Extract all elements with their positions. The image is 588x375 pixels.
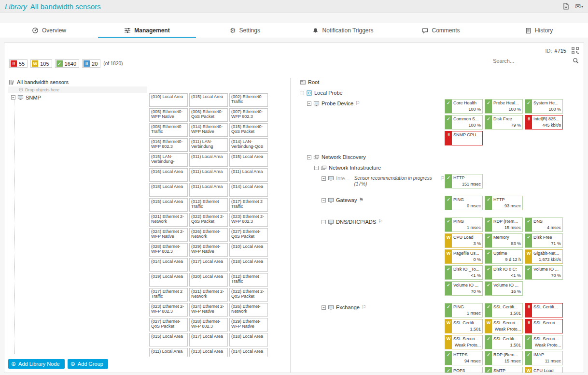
library-sensor-item[interactable]: (017) Local Area <box>189 258 228 272</box>
status-badge-error[interactable]: !!55 <box>9 59 28 68</box>
sensor-box[interactable]: WPagefile Us...0 % <box>445 249 483 264</box>
email-icon[interactable]: ✉▾ <box>575 2 583 10</box>
sensor-box[interactable]: ✓SSL Certifi...1,501 <box>485 335 523 349</box>
sensor-box[interactable]: ✓PING1 msec <box>445 217 483 232</box>
sensor-box[interactable]: ✓SMTP <box>485 367 523 373</box>
library-sensor-item[interactable]: (015) Local Area <box>189 93 228 107</box>
library-sensor-item[interactable]: (010) Local Area <box>149 93 188 107</box>
library-sensor-item[interactable]: (014) Local Area <box>149 258 188 272</box>
library-sensor-item[interactable]: (023) Ethernet 2-WFP 802.3 <box>229 213 268 227</box>
library-sensor-item[interactable]: (015) Local Area <box>229 153 268 167</box>
tree-node-label[interactable]: Exchange <box>336 304 360 310</box>
collapse-toggle-icon[interactable]: − <box>322 198 326 202</box>
sensor-box[interactable]: ✓HTTP151 msec <box>445 174 483 188</box>
library-sensor-item[interactable]: (011) Local Area <box>189 153 228 167</box>
tree-node-label[interactable]: Network Infrastructure <box>329 165 381 171</box>
sensor-box[interactable]: WCPU Load <box>525 367 563 373</box>
search-input[interactable] <box>493 58 573 64</box>
library-sensor-item[interactable]: (022) Ethernet 2-QoS Packet <box>229 288 268 302</box>
sensor-box[interactable]: ✓Uptime9 d 12 h <box>485 249 523 264</box>
library-sensor-item[interactable]: (024) Ethernet 2-WFP Native <box>149 228 188 242</box>
sensor-box[interactable]: ✓Disk IO _To...<1 % <box>445 265 483 280</box>
sensor-box[interactable]: ✓Memory83 % <box>485 233 523 248</box>
library-sensor-item[interactable]: (005) Ethernet0-WFP Native <box>149 108 188 122</box>
library-sensor-item[interactable]: (026) Ethernet-Network <box>229 303 268 317</box>
status-badge-warning[interactable]: W105 <box>30 59 52 68</box>
tree-node-label[interactable]: Gateway <box>336 197 357 203</box>
library-sensor-item[interactable]: (013) Local Area <box>189 348 228 357</box>
search-icon[interactable] <box>573 58 579 64</box>
tree-node-label[interactable]: Root <box>308 79 319 85</box>
sensor-box[interactable]: ✓POP3 <box>445 367 483 373</box>
add-library-node-button[interactable]: ⊕ Add Library Node <box>8 359 65 369</box>
tab-notification-triggers[interactable]: Notification Triggers <box>294 23 392 38</box>
qr-code-icon[interactable] <box>572 47 579 54</box>
library-sensor-item[interactable]: (020) Local Area <box>189 273 228 287</box>
sensor-box[interactable]: ✓RDP (Rem...15 msec <box>485 217 523 232</box>
library-sensor-item[interactable]: (011) Local Area <box>189 168 228 182</box>
sensor-box[interactable]: !!SNMP CPU... <box>445 131 483 145</box>
library-root-node[interactable]: All bandwidth sensors <box>8 78 147 87</box>
library-sensor-item[interactable]: (017) Ethernet 2 Traffic <box>229 198 268 212</box>
library-sensor-item[interactable]: (014) LAN-Verbindung-QoS <box>229 138 268 152</box>
sensor-box[interactable]: ✓Volume IO ...70 % <box>445 281 483 296</box>
tab-comments[interactable]: Comments <box>392 23 490 38</box>
library-sensor-item[interactable]: (028) Ethernet-WFP 802.3 <box>189 318 228 332</box>
library-sensor-item[interactable]: (019) Local Area <box>149 273 188 287</box>
library-sensor-item[interactable]: (027) Ethernet-QoS Packet <box>229 228 268 242</box>
collapse-toggle-icon[interactable]: − <box>314 166 319 170</box>
drop-target[interactable]: Drop objects here <box>8 87 147 93</box>
library-sensor-item[interactable]: (017) Local Area <box>189 333 228 346</box>
sensor-box[interactable]: ✓Disk Free79 % <box>485 115 523 130</box>
tree-node-label[interactable]: Local Probe <box>314 90 343 96</box>
library-sensor-item[interactable]: (011) Local Area <box>189 183 228 197</box>
library-sensor-item[interactable]: (008) Ethernet0 Traffic <box>149 123 188 137</box>
status-badge-ok[interactable]: ✓1640 <box>55 59 79 68</box>
library-sensor-item[interactable]: (024) Ethernet 2-WFP Native <box>189 303 228 317</box>
sensor-box[interactable]: WGigabit-Net...1,672 kbit/s <box>525 249 563 264</box>
library-sensor-item[interactable]: (015) Local Area <box>149 333 188 346</box>
library-sensor-item[interactable]: (014) Ethernet0-WFP Native <box>189 123 228 137</box>
library-sensor-item[interactable]: (018) Local Area <box>229 258 268 272</box>
sensor-box[interactable]: ✓PING1 msec <box>445 303 483 317</box>
library-sensor-item[interactable]: (015) Ethernet0-QoS Packet <box>229 123 268 137</box>
sensor-box[interactable]: ✓Disk Free71 % <box>525 233 563 248</box>
collapse-toggle-icon[interactable]: − <box>307 155 311 159</box>
library-sensor-item[interactable]: (018) Local Area <box>149 183 188 197</box>
sensor-box[interactable]: WSSL Securi...Weak Proto... <box>445 335 483 349</box>
tab-overview[interactable]: Overview <box>0 23 98 38</box>
sensor-box[interactable]: ✓Disk IO 0 C:<1 % <box>485 265 523 280</box>
collapse-toggle-icon[interactable]: − <box>322 305 326 310</box>
library-sensor-item[interactable]: (012) Ethernet Traffic <box>229 273 268 287</box>
library-sensor-item[interactable]: (018) Local Area <box>229 333 268 346</box>
tab-history[interactable]: History <box>490 23 588 38</box>
sensor-box[interactable]: WSSL Securi...Weak Proto... <box>485 319 523 333</box>
sensor-box[interactable]: ✓HTTPS94 msec <box>445 351 483 365</box>
sensor-box[interactable]: ✓IMAP11 msec <box>525 351 563 365</box>
library-sensor-item[interactable]: (029) Ethernet-WFP Native <box>189 243 228 257</box>
collapse-toggle-icon[interactable]: − <box>300 91 304 95</box>
tree-node-label[interactable]: Inte... <box>336 175 350 181</box>
library-sensor-item[interactable]: (015) Local Area <box>149 198 188 212</box>
sensor-box[interactable]: ✓PING0 msec <box>445 196 483 210</box>
library-sensor-item[interactable]: (002) Ethernet0 Traffic <box>229 93 268 107</box>
sensor-box[interactable]: ✓SSL Securi...Weak Proto... <box>525 335 563 349</box>
sensor-box[interactable]: ✓Volume IO ...70 % <box>525 265 563 280</box>
library-sensor-item[interactable]: (026) Ethernet-Network <box>189 228 228 242</box>
library-sensor-item[interactable]: (006) Ethernet0-QoS Packet <box>189 108 228 122</box>
sensor-box[interactable]: ✓RDP (Rem...15 msec <box>485 351 523 365</box>
library-sensor-item[interactable]: (011) LAN-Verbindung <box>189 138 228 152</box>
library-sensor-item[interactable]: (016) Ethernet0-WFP 802.3 <box>149 138 188 152</box>
library-sensor-item[interactable]: (017) Ethernet 2 Traffic <box>149 288 188 302</box>
add-report-icon[interactable] <box>563 3 569 10</box>
tree-node-label[interactable]: Network Discovery <box>322 154 366 160</box>
library-sensor-item[interactable]: (014) Local Area <box>229 183 268 197</box>
tree-node-label[interactable]: Probe Device <box>322 101 353 106</box>
tree-node-label[interactable]: DNS/DHCP/ADS <box>336 219 376 225</box>
collapse-toggle-icon[interactable]: − <box>11 95 15 100</box>
collapse-toggle-icon[interactable]: − <box>322 176 326 181</box>
library-sensor-item[interactable]: (021) Ethernet 2-Network <box>149 213 188 227</box>
sensor-box[interactable]: ✓DNS4 msec <box>525 217 563 232</box>
library-sensor-item[interactable]: (011) Local Area <box>229 168 268 182</box>
library-sensor-item[interactable]: (012) Ethernet Traffic <box>189 198 228 212</box>
